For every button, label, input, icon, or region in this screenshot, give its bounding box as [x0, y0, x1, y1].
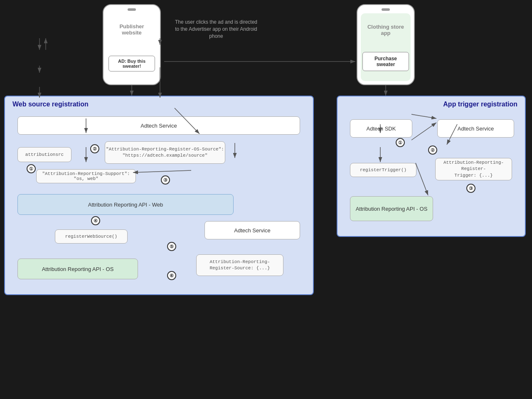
register-trigger-code-box: Attribution-Reporting-Register- Trigger:…	[435, 158, 512, 180]
step-2-app: ②	[428, 145, 437, 155]
web-adtech-service-bottom: Adtech Service	[204, 221, 300, 239]
attributionsrc-box: attributionsrc	[17, 147, 71, 162]
clothing-phone: Clothing storeapp Purchase sweater	[357, 4, 415, 85]
os-source-header-box: "Attribution-Reporting-Register-OS-Sourc…	[105, 141, 225, 164]
adtech-sdk-box: Adtech SDK	[350, 119, 412, 138]
phone-notch-publisher	[128, 8, 136, 11]
publisher-title-inside: Publisherwebsite	[119, 23, 144, 36]
app-trigger-section: App trigger registration Adtech SDK regi…	[337, 96, 526, 237]
ad-box: AD: Buy this sweater!	[108, 56, 155, 71]
step-1-app: ①	[396, 138, 405, 147]
api-os-app-box: Attribution Reporting API - OS	[350, 196, 433, 221]
step-4-web: ④	[91, 216, 100, 225]
api-os-web-box: Attribution Reporting API - OS	[17, 259, 138, 279]
register-source-code-box: Attribution-Reporting- Register-Source: …	[196, 254, 283, 276]
api-web-box: Attribution Reporting API - Web	[17, 194, 234, 215]
web-adtech-service-top: Adtech Service	[17, 116, 300, 135]
app-trigger-label: App trigger registration	[443, 101, 517, 108]
support-header-box: "Attribution-Reporting-Support": "os, we…	[36, 169, 136, 183]
phone-notch-clothing	[382, 8, 390, 11]
diagram-container: Publisherwebsite AD: Buy this sweater! T…	[0, 0, 532, 399]
register-web-source-box: registerWebSource()	[55, 229, 128, 244]
clothing-title-inside: Clothing storeapp	[367, 24, 404, 36]
purchase-box: Purchase sweater	[362, 52, 409, 71]
app-adtech-service-box: Adtech Service	[437, 119, 514, 138]
clothing-screen: Clothing storeapp Purchase sweater	[361, 13, 411, 81]
user-click-annotation: The user clicks the ad and is directed t…	[175, 19, 258, 39]
web-source-section: Web source registration Adtech Service a…	[4, 96, 314, 295]
ad-label: AD: Buy this sweater!	[118, 59, 145, 69]
publisher-screen: Publisherwebsite AD: Buy this sweater!	[107, 13, 157, 81]
web-source-label: Web source registration	[12, 101, 89, 108]
step-6-web: ⑥	[167, 271, 176, 280]
purchase-label: Purchase sweater	[374, 56, 397, 67]
step-5-web: ⑤	[167, 242, 176, 251]
publisher-phone: Publisherwebsite AD: Buy this sweater!	[103, 4, 161, 85]
register-trigger-box: registerTrigger()	[350, 163, 416, 177]
step-2-web: ②	[90, 144, 99, 153]
step-1-web: ①	[27, 164, 36, 173]
user-click-text: The user clicks the ad and is directed t…	[175, 19, 257, 39]
step-3-app: ③	[466, 184, 475, 193]
step-3-web: ③	[161, 175, 170, 185]
